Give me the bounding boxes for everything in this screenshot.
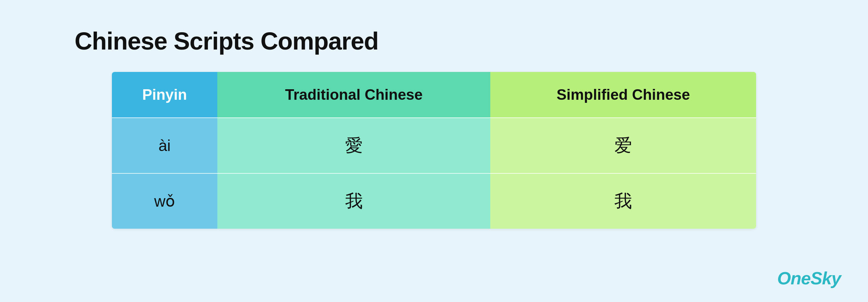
- page-title: Chinese Scripts Compared: [75, 27, 868, 55]
- column-header-pinyin: Pinyin: [112, 72, 217, 118]
- brand-logo-text: OneSky: [777, 268, 841, 288]
- table-row: wǒ 我 我: [112, 173, 756, 229]
- cell-simplified-2: 我: [490, 173, 756, 229]
- column-header-simplified: Simplified Chinese: [490, 72, 756, 118]
- table-header-row: Pinyin Traditional Chinese Simplified Ch…: [112, 72, 756, 118]
- column-header-traditional: Traditional Chinese: [217, 72, 491, 118]
- brand-logo: OneSky: [777, 268, 841, 288]
- comparison-table-container: Pinyin Traditional Chinese Simplified Ch…: [112, 72, 756, 229]
- cell-traditional-1: 愛: [217, 118, 491, 173]
- comparison-table: Pinyin Traditional Chinese Simplified Ch…: [112, 72, 756, 229]
- cell-pinyin-2: wǒ: [112, 173, 217, 229]
- cell-pinyin-1: ài: [112, 118, 217, 173]
- cell-simplified-1: 爱: [490, 118, 756, 173]
- table-row: ài 愛 爱: [112, 118, 756, 173]
- cell-traditional-2: 我: [217, 173, 491, 229]
